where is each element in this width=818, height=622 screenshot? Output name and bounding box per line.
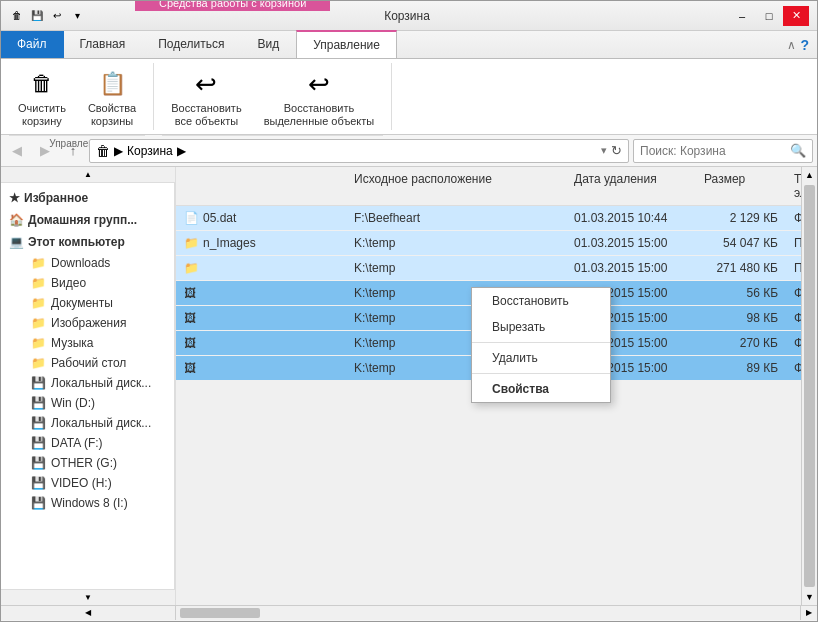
- clear-trash-label: Очиститькорзину: [18, 102, 66, 128]
- vscroll-thumb[interactable]: [804, 185, 815, 587]
- sidebar-item-documents[interactable]: 📁 Документы: [1, 293, 174, 313]
- file-size-7: 89 КБ: [696, 359, 786, 377]
- sidebar-item-other-g[interactable]: 💾 OTHER (G:): [1, 453, 174, 473]
- file-size-2: 54 047 КБ: [696, 234, 786, 252]
- trash-properties-label: Свойствакорзины: [88, 102, 136, 128]
- search-box[interactable]: 🔍: [633, 139, 813, 163]
- restore-selected-label: Восстановитьвыделенные объекты: [264, 102, 375, 128]
- context-properties[interactable]: Свойства: [472, 376, 610, 402]
- sidebar-section-homegroup[interactable]: 🏠 Домашняя групп...: [1, 209, 174, 231]
- forward-button[interactable]: ▶: [33, 139, 57, 163]
- downloads-label: Downloads: [51, 256, 110, 270]
- hscroll-right-btn[interactable]: ▶: [801, 606, 817, 620]
- data-f-label: DATA (F:): [51, 436, 103, 450]
- sidebar-section-favorites[interactable]: ★ Избранное: [1, 187, 174, 209]
- save-icon: 💾: [29, 8, 45, 24]
- win-d-icon: 💾: [31, 396, 46, 410]
- file-location-3: K:\temp: [346, 259, 566, 277]
- path-dropdown[interactable]: ▾: [601, 144, 607, 157]
- sidebar-section-thispc[interactable]: 💻 Этот компьютер: [1, 231, 174, 253]
- path-arrow: ▶: [177, 144, 186, 158]
- tab-file[interactable]: Файл: [1, 31, 64, 58]
- col-name-header[interactable]: [176, 170, 346, 202]
- context-restore[interactable]: Восстановить: [472, 288, 610, 314]
- sidebar-scroll-down[interactable]: ▼: [1, 589, 175, 605]
- col-location-header[interactable]: Исходное расположение: [346, 170, 566, 202]
- address-bar: ◀ ▶ ↑ 🗑 ▶ Корзина ▶ ▾ ↻ 🔍: [1, 135, 817, 167]
- file-location-2: K:\temp: [346, 234, 566, 252]
- file-name-3: 📁: [176, 259, 346, 277]
- clear-trash-button[interactable]: 🗑 Очиститькорзину: [9, 63, 75, 133]
- sidebar-item-data-f[interactable]: 💾 DATA (F:): [1, 433, 174, 453]
- title-bar: 🗑 💾 ↩ ▾ Средства работы с корзиной Корзи…: [1, 1, 817, 31]
- close-button[interactable]: ✕: [783, 6, 809, 26]
- file-icon-1: 📄: [184, 211, 199, 225]
- col-size-header[interactable]: Размер: [696, 170, 786, 202]
- restore-all-button[interactable]: ↩ Восстановитьвсе объекты: [162, 63, 250, 133]
- address-path[interactable]: 🗑 ▶ Корзина ▶ ▾ ↻: [89, 139, 629, 163]
- sidebar-item-downloads[interactable]: 📁 Downloads: [1, 253, 174, 273]
- file-row[interactable]: 📁 n_Images K:\temp 01.03.2015 15:00 54 0…: [176, 231, 817, 256]
- sidebar-scroll-up[interactable]: ▲: [1, 167, 175, 183]
- win-d-label: Win (D:): [51, 396, 95, 410]
- homegroup-icon: 🏠: [9, 213, 24, 227]
- thispc-label: Этот компьютер: [28, 235, 125, 249]
- collapse-ribbon-icon[interactable]: ∧: [787, 38, 796, 52]
- vscroll-down[interactable]: ▼: [802, 589, 817, 605]
- downloads-icon: 📁: [31, 256, 46, 270]
- file-row[interactable]: 📄 05.dat F:\Beefheart 01.03.2015 10:44 2…: [176, 206, 817, 231]
- restore-selected-icon: ↩: [303, 68, 335, 100]
- tab-home[interactable]: Главная: [64, 31, 143, 58]
- hscroll-left[interactable]: ◀: [85, 608, 91, 617]
- music-label: Музыка: [51, 336, 93, 350]
- localdisk-c-icon: 💾: [31, 376, 46, 390]
- minimize-button[interactable]: –: [729, 6, 755, 26]
- sidebar-item-images[interactable]: 📁 Изображения: [1, 313, 174, 333]
- refresh-button[interactable]: ↻: [611, 143, 622, 158]
- context-delete[interactable]: Удалить: [472, 345, 610, 371]
- localdisk-e-icon: 💾: [31, 416, 46, 430]
- sidebar-item-win-d[interactable]: 💾 Win (D:): [1, 393, 174, 413]
- file-size-6: 270 КБ: [696, 334, 786, 352]
- other-g-label: OTHER (G:): [51, 456, 117, 470]
- sidebar-item-localdisk-c[interactable]: 💾 Локальный диск...: [1, 373, 174, 393]
- separator-1: [472, 342, 610, 343]
- search-input[interactable]: [640, 144, 790, 158]
- path-icon: 🗑: [96, 143, 110, 159]
- vscroll-up[interactable]: ▲: [802, 167, 817, 183]
- sidebar-item-video[interactable]: 📁 Видео: [1, 273, 174, 293]
- sidebar-item-video-h[interactable]: 💾 VIDEO (H:): [1, 473, 174, 493]
- sidebar-item-localdisk-e[interactable]: 💾 Локальный диск...: [1, 413, 174, 433]
- dropdown-icon[interactable]: ▾: [69, 8, 85, 24]
- file-icon-4: 🖼: [184, 286, 196, 300]
- video-label: Видео: [51, 276, 86, 290]
- tab-share[interactable]: Поделиться: [142, 31, 241, 58]
- desktop-label: Рабочий стол: [51, 356, 126, 370]
- maximize-button[interactable]: □: [756, 6, 782, 26]
- back-button[interactable]: ◀: [5, 139, 29, 163]
- h-scroll-track[interactable]: [176, 606, 801, 620]
- file-row[interactable]: 📁 K:\temp 01.03.2015 15:00 271 480 КБ Па…: [176, 256, 817, 281]
- context-cut[interactable]: Вырезать: [472, 314, 610, 340]
- sidebar-item-desktop[interactable]: 📁 Рабочий стол: [1, 353, 174, 373]
- file-size-3: 271 480 КБ: [696, 259, 786, 277]
- up-button[interactable]: ↑: [61, 139, 85, 163]
- clear-trash-icon: 🗑: [26, 68, 58, 100]
- file-vscroll: ▲ ▼: [801, 167, 817, 605]
- h-scroll-thumb[interactable]: [180, 608, 260, 618]
- ribbon-toolbar: 🗑 Очиститькорзину 📋 Свойствакорзины Упра…: [1, 59, 817, 135]
- file-size-5: 98 КБ: [696, 309, 786, 327]
- tab-manage[interactable]: Управление: [296, 30, 397, 58]
- help-icon[interactable]: ?: [800, 37, 809, 53]
- restore-selected-button[interactable]: ↩ Восстановитьвыделенные объекты: [255, 63, 384, 133]
- file-deleted-3: 01.03.2015 15:00: [566, 259, 696, 277]
- trash-properties-button[interactable]: 📋 Свойствакорзины: [79, 63, 145, 133]
- trash-properties-icon: 📋: [96, 68, 128, 100]
- file-name-2: 📁 n_Images: [176, 234, 346, 252]
- col-deleted-header[interactable]: Дата удаления: [566, 170, 696, 202]
- manage-buttons: 🗑 Очиститькорзину 📋 Свойствакорзины: [9, 63, 145, 133]
- sidebar-item-music[interactable]: 📁 Музыка: [1, 333, 174, 353]
- sidebar-item-windows8-i[interactable]: 💾 Windows 8 (I:): [1, 493, 174, 513]
- tab-view[interactable]: Вид: [241, 31, 296, 58]
- file-name-5: 🖼: [176, 309, 346, 327]
